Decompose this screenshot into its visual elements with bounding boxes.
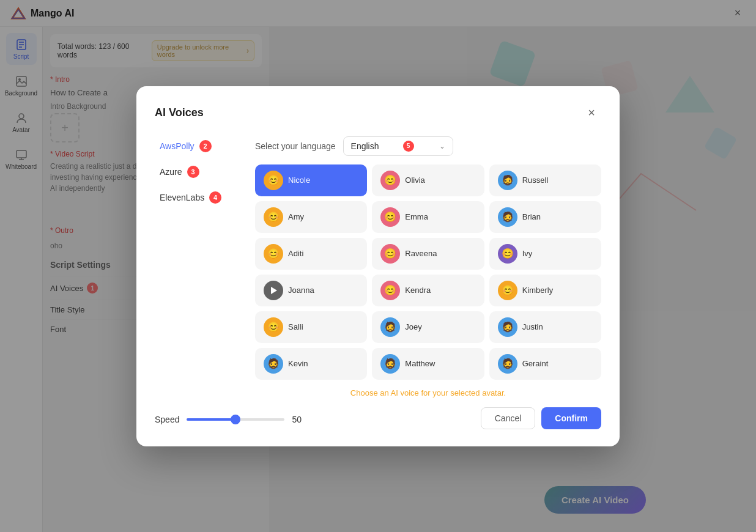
modal-body: AwsPolly 2 Azure 3 ElevenLabs 4 Select y… [155,136,601,397]
voice-card-russell[interactable]: 🧔 Russell [489,164,601,196]
voice-avatar-joanna [264,281,283,300]
voice-card-amy[interactable]: 😊 Amy [255,201,367,233]
lang-value: English [351,141,379,151]
provider-azure[interactable]: Azure 3 [155,162,240,182]
modal-footer: Speed 50 Cancel Confirm [155,407,601,429]
awspolly-label: AwsPolly [160,141,195,151]
voice-avatar-aditi: 😊 [264,244,283,264]
voice-name-kevin: Kevin [288,359,308,368]
speed-fill [187,418,235,421]
speed-value: 50 [292,415,309,424]
provider-awspolly[interactable]: AwsPolly 2 [155,136,240,156]
lang-label: Select your language [255,141,336,151]
voice-card-olivia[interactable]: 😊 Olivia [372,164,484,196]
voice-card-justin[interactable]: 🧔 Justin [489,311,601,343]
confirm-button[interactable]: Confirm [541,407,601,429]
modal-overlay: AI Voices × AwsPolly 2 Azure 3 ElevenLab… [0,0,756,532]
voice-name-joanna: Joanna [288,286,314,295]
modal-title: AI Voices [155,106,204,119]
speed-label: Speed [155,415,179,424]
modal-header: AI Voices × [155,103,601,123]
language-select[interactable]: English 5 ⌄ [343,136,453,156]
voice-name-salli: Salli [288,322,303,331]
voice-avatar-geraint: 🧔 [498,354,517,374]
voice-name-raveena: Raveena [405,249,437,258]
voice-card-nicole[interactable]: 😊 Nicole [255,164,367,196]
voice-name-justin: Justin [522,322,543,331]
voices-grid: 😊 Nicole 😊 Olivia 🧔 Russell [255,164,601,380]
voice-avatar-olivia: 😊 [380,171,400,190]
voice-card-joanna[interactable]: Joanna [255,275,367,306]
provider-elevenlabs[interactable]: ElevenLabs 4 [155,188,240,207]
voice-avatar-emma: 😊 [380,207,400,227]
voice-card-raveena[interactable]: 😊 Raveena [372,238,484,270]
voice-selection-panel: Select your language English 5 ⌄ 😊 Nicol… [255,136,601,397]
voice-card-brian[interactable]: 🧔 Brian [489,201,601,233]
voice-name-nicole: Nicole [288,175,310,185]
joanna-play-icon [271,287,277,294]
voice-avatar-russell: 🧔 [498,171,517,190]
cancel-button[interactable]: Cancel [481,407,536,429]
voice-avatar-amy: 😊 [264,207,283,227]
voice-avatar-kendra: 😊 [380,281,400,300]
voice-name-kendra: Kendra [405,286,431,295]
voice-avatar-salli: 😊 [264,317,283,337]
voice-card-emma[interactable]: 😊 Emma [372,201,484,233]
azure-badge: 3 [187,166,199,178]
voice-avatar-brian: 🧔 [498,207,517,227]
azure-label: Azure [160,167,182,177]
voice-card-ivy[interactable]: 😊 Ivy [489,238,601,270]
voice-name-brian: Brian [522,212,541,221]
speed-thumb[interactable] [231,415,240,424]
ai-voices-modal: AI Voices × AwsPolly 2 Azure 3 ElevenLab… [136,86,620,446]
voice-name-kimberly: Kimberly [522,286,554,295]
dropdown-chevron-icon: ⌄ [439,142,445,150]
voice-card-kimberly[interactable]: 😊 Kimberly [489,275,601,306]
elevenlabs-badge: 4 [209,191,221,204]
lang-badge: 5 [403,141,414,152]
voice-avatar-raveena: 😊 [380,244,400,264]
modal-buttons: Cancel Confirm [481,407,601,429]
voice-name-geraint: Geraint [522,359,549,368]
voice-card-salli[interactable]: 😊 Salli [255,311,367,343]
voice-name-russell: Russell [522,175,549,185]
voice-avatar-kimberly: 😊 [498,281,517,300]
voice-avatar-joey: 🧔 [380,317,400,337]
language-row: Select your language English 5 ⌄ [255,136,601,156]
voice-name-emma: Emma [405,212,428,221]
voice-avatar-justin: 🧔 [498,317,517,337]
voice-avatar-matthew: 🧔 [380,354,400,374]
voice-card-matthew[interactable]: 🧔 Matthew [372,348,484,380]
voice-name-aditi: Aditi [288,249,303,258]
speed-row: Speed 50 [155,415,481,424]
voice-avatar-nicole: 😊 [264,171,283,190]
warning-message: Choose an AI voice for your selected ava… [255,388,601,397]
speed-slider[interactable] [187,418,284,421]
awspolly-badge: 2 [199,140,212,152]
voice-name-ivy: Ivy [522,249,533,258]
voice-card-geraint[interactable]: 🧔 Geraint [489,348,601,380]
voice-card-aditi[interactable]: 😊 Aditi [255,238,367,270]
voice-name-olivia: Olivia [405,175,425,185]
voice-card-kendra[interactable]: 😊 Kendra [372,275,484,306]
elevenlabs-label: ElevenLabs [160,193,204,202]
voice-providers-panel: AwsPolly 2 Azure 3 ElevenLabs 4 [155,136,240,397]
voice-name-amy: Amy [288,212,304,221]
voice-card-kevin[interactable]: 🧔 Kevin [255,348,367,380]
modal-close-button[interactable]: × [582,103,601,123]
voice-card-joey[interactable]: 🧔 Joey [372,311,484,343]
voice-name-joey: Joey [405,322,421,331]
voice-avatar-ivy: 😊 [498,244,517,264]
voice-avatar-kevin: 🧔 [264,354,283,374]
speed-control: Speed 50 [155,412,481,424]
voice-name-matthew: Matthew [405,359,435,368]
